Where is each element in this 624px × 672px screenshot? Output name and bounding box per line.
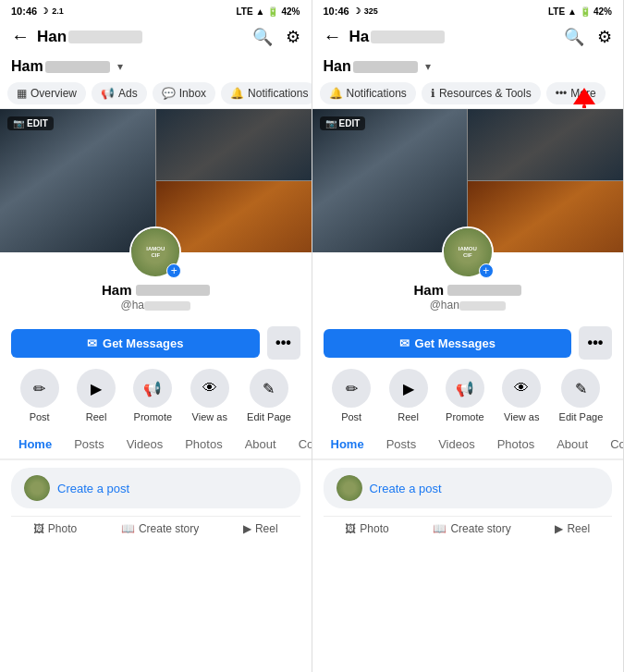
page-title-left: Han [37,28,245,46]
more-icon-right: ••• [556,87,568,100]
viewas-circle-right: 👁 [502,369,541,408]
reel-post-action-right[interactable]: ▶ Reel [547,519,597,539]
signal-bars-icon-right: ▲ [568,6,577,17]
lte-label-right: LTE [548,6,565,17]
tab-resources-tools[interactable]: ℹ Resources & Tools [422,82,541,104]
page-tab-home-right[interactable]: Home [320,430,375,460]
viewas-label-right: View as [504,411,539,422]
reel-post-icon-right: ▶ [555,522,563,535]
reel-action-left[interactable]: ▶ Reel [77,369,116,422]
photo-action-left[interactable]: 🖼 Photo [26,519,84,539]
reel-post-label-left: Reel [255,522,278,535]
avatar-plus-left[interactable]: + [166,263,181,278]
battery-pct-right: 42% [593,6,612,17]
promote-action-right[interactable]: 📢 Promote [446,369,484,422]
search-icon-left[interactable]: 🔍 [252,27,273,47]
lte-label-left: LTE [236,6,252,17]
post-action-right[interactable]: ✏ Post [332,369,371,422]
tabs-row-right: 🔔 Notifications ℹ Resources & Tools ••• … [312,79,624,109]
account-name-left: Ham [11,58,110,75]
red-arrow-indicator [573,88,595,109]
back-button-left[interactable]: ← [11,26,30,47]
get-messages-button-right[interactable]: ✉ Get Messages [324,329,572,358]
tab-overview-label: Overview [31,87,77,100]
avatar-wrap-right: IAMOUCIF + [442,226,494,278]
create-post-bar-left[interactable]: Create a post [11,468,300,508]
edit-badge-label-right: EDIT [339,118,361,128]
camera-icon-left: 📷 [13,118,24,128]
account-dropdown-left[interactable]: ▾ [117,60,123,73]
more-options-button-left[interactable]: ••• [267,326,300,360]
reel-post-action-left[interactable]: ▶ Reel [236,519,286,539]
page-tab-videos-left[interactable]: Videos [116,430,175,460]
reel-action-right[interactable]: ▶ Reel [389,369,428,422]
cover-cell-top-right-right [468,109,623,180]
promote-label-left: Promote [134,411,173,422]
tab-notifications-left[interactable]: 🔔 Notifications [221,82,311,104]
tab-overview[interactable]: ▦ Overview [7,82,86,104]
tab-inbox-label: Inbox [179,87,206,100]
action-icons-right: ✏ Post ▶ Reel 📢 Promote 👁 View as ✎ Edit… [312,365,624,430]
status-time-left: 10:46 ☽ 2.1 [11,6,64,17]
battery-icon-right: 🔋 [580,6,591,17]
settings-icon-left[interactable]: ⚙ [286,27,300,47]
page-tab-videos-right[interactable]: Videos [427,430,486,460]
viewas-action-left[interactable]: 👁 View as [190,369,229,422]
avatar-plus-right[interactable]: + [479,263,494,278]
ads-icon: 📢 [101,87,115,100]
edit-badge-right[interactable]: 📷 EDIT [320,116,366,130]
post-circle-left: ✏ [20,369,59,408]
reel-circle-right: ▶ [389,369,428,408]
data-speed-left: 2.1 [52,6,64,16]
notifications-icon-right: 🔔 [329,87,343,100]
status-bar-right: 10:46 ☽ 325 LTE ▲ 🔋 42% [312,0,624,20]
story-action-right[interactable]: 📖 Create story [425,519,518,539]
photo-label-left: Photo [48,522,77,535]
page-tab-photos-left[interactable]: Photos [174,430,233,460]
viewas-action-right[interactable]: 👁 View as [502,369,541,422]
get-messages-button-left[interactable]: ✉ Get Messages [11,329,260,358]
page-tab-photos-right[interactable]: Photos [486,430,545,460]
more-options-button-right[interactable]: ••• [579,326,612,360]
page-tab-co-left[interactable]: Co [288,430,312,460]
get-messages-label-left: Get Messages [103,336,183,350]
page-tab-home-left[interactable]: Home [7,430,63,460]
status-time-right: 10:46 ☽ 325 [324,6,378,17]
post-action-left[interactable]: ✏ Post [20,369,59,422]
search-icon-right[interactable]: 🔍 [564,27,584,47]
message-icon-right: ✉ [399,336,410,350]
edit-badge-label-left: EDIT [27,118,48,128]
create-post-avatar-right [336,475,362,501]
settings-icon-right[interactable]: ⚙ [597,27,612,47]
tab-notifications-right[interactable]: 🔔 Notifications [320,82,416,104]
reel-circle-left: ▶ [77,369,116,408]
story-action-left[interactable]: 📖 Create story [114,519,206,539]
reel-label-left: Reel [86,411,107,422]
page-tab-about-right[interactable]: About [545,430,599,460]
editpage-action-left[interactable]: ✎ Edit Page [247,369,291,422]
tab-ads[interactable]: 📢 Ads [92,82,147,104]
back-button-right[interactable]: ← [324,26,342,47]
account-dropdown-right[interactable]: ▾ [425,60,431,73]
editpage-action-right[interactable]: ✎ Edit Page [559,369,604,422]
top-icons-left: 🔍 ⚙ [252,27,300,47]
create-post-text-left: Create a post [57,482,129,495]
page-tab-co-right[interactable]: Co [599,430,623,460]
info-icon-right: ℹ [431,87,435,100]
create-post-text-right: Create a post [370,482,442,495]
edit-badge-left[interactable]: 📷 EDIT [7,116,54,130]
promote-circle-left: 📢 [133,369,172,408]
tab-inbox[interactable]: 💬 Inbox [153,82,215,104]
create-post-bar-right[interactable]: Create a post [324,468,613,508]
photo-action-right[interactable]: 🖼 Photo [337,519,396,539]
page-tab-posts-left[interactable]: Posts [63,430,116,460]
promote-label-right: Promote [446,411,484,422]
page-tab-posts-right[interactable]: Posts [375,430,428,460]
page-tab-about-left[interactable]: About [234,430,288,460]
photo-icon-left: 🖼 [33,522,44,535]
post-actions-row-left: 🖼 Photo 📖 Create story ▶ Reel [11,516,300,541]
editpage-circle-right: ✎ [561,369,600,408]
overview-icon: ▦ [17,87,27,100]
create-post-avatar-left [24,475,50,501]
promote-action-left[interactable]: 📢 Promote [133,369,172,422]
